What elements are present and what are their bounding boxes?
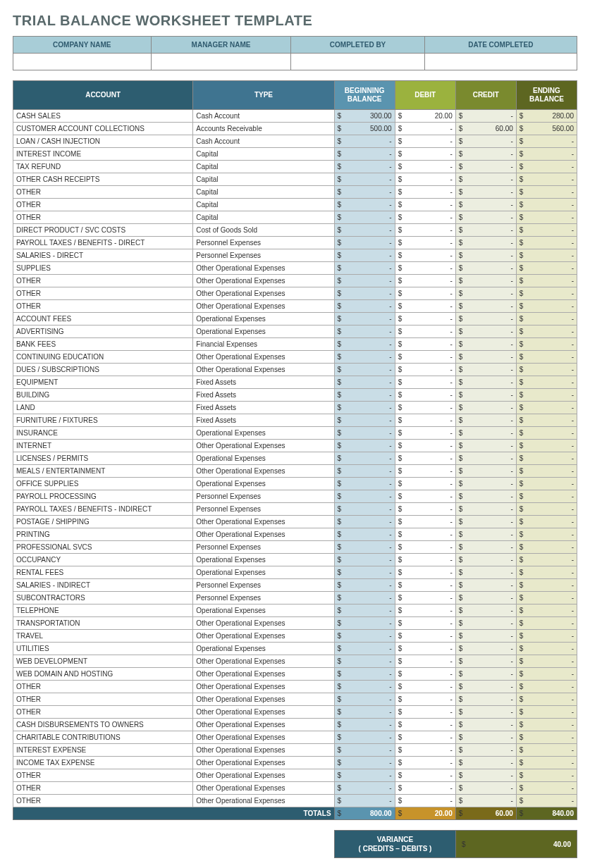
account-cell[interactable]: SUBCONTRACTORS bbox=[13, 592, 193, 604]
credit-cell[interactable]: $- bbox=[455, 643, 516, 655]
account-cell[interactable]: BANK FEES bbox=[13, 338, 193, 351]
end-cell[interactable]: $- bbox=[516, 643, 577, 655]
account-cell[interactable]: INCOME TAX EXPENSE bbox=[13, 757, 193, 769]
begin-cell[interactable]: $- bbox=[334, 744, 395, 757]
debit-cell[interactable]: $- bbox=[395, 275, 455, 287]
debit-cell[interactable]: $- bbox=[395, 440, 455, 452]
end-cell[interactable]: $- bbox=[516, 630, 577, 643]
type-cell[interactable]: Other Operational Expenses bbox=[193, 719, 334, 731]
account-cell[interactable]: INSURANCE bbox=[13, 427, 193, 440]
debit-cell[interactable]: $- bbox=[395, 782, 455, 795]
type-cell[interactable]: Other Operational Expenses bbox=[193, 693, 334, 706]
account-cell[interactable]: UTILITIES bbox=[13, 643, 193, 655]
type-cell[interactable]: Capital bbox=[193, 148, 334, 161]
type-cell[interactable]: Personnel Expenses bbox=[193, 592, 334, 604]
debit-cell[interactable]: $- bbox=[395, 326, 455, 338]
begin-cell[interactable]: $- bbox=[334, 199, 395, 211]
type-cell[interactable]: Other Operational Expenses bbox=[193, 287, 334, 300]
credit-cell[interactable]: $- bbox=[455, 186, 516, 199]
end-cell[interactable]: $- bbox=[516, 186, 577, 199]
type-cell[interactable]: Personnel Expenses bbox=[193, 541, 334, 554]
debit-cell[interactable]: $- bbox=[395, 389, 455, 402]
type-cell[interactable]: Personnel Expenses bbox=[193, 490, 334, 503]
end-cell[interactable]: $- bbox=[516, 681, 577, 693]
credit-cell[interactable]: $- bbox=[455, 579, 516, 592]
credit-cell[interactable]: $- bbox=[455, 338, 516, 351]
debit-cell[interactable]: $- bbox=[395, 300, 455, 313]
begin-cell[interactable]: $- bbox=[334, 173, 395, 186]
account-cell[interactable]: CASH SALES bbox=[13, 110, 193, 123]
debit-cell[interactable]: $- bbox=[395, 541, 455, 554]
debit-cell[interactable]: $- bbox=[395, 148, 455, 161]
begin-cell[interactable]: $- bbox=[334, 769, 395, 782]
end-cell[interactable]: $- bbox=[516, 351, 577, 364]
debit-cell[interactable]: $- bbox=[395, 630, 455, 643]
end-cell[interactable]: $- bbox=[516, 541, 577, 554]
credit-cell[interactable]: $- bbox=[455, 541, 516, 554]
credit-cell[interactable]: $- bbox=[455, 249, 516, 262]
end-cell[interactable]: $- bbox=[516, 262, 577, 275]
end-cell[interactable]: $- bbox=[516, 478, 577, 490]
account-cell[interactable]: OTHER bbox=[13, 693, 193, 706]
type-cell[interactable]: Other Operational Expenses bbox=[193, 744, 334, 757]
type-cell[interactable]: Other Operational Expenses bbox=[193, 782, 334, 795]
debit-cell[interactable]: $- bbox=[395, 249, 455, 262]
begin-cell[interactable]: $- bbox=[334, 604, 395, 617]
credit-cell[interactable]: $- bbox=[455, 402, 516, 414]
type-cell[interactable]: Other Operational Expenses bbox=[193, 351, 334, 364]
credit-cell[interactable]: $- bbox=[455, 224, 516, 237]
end-cell[interactable]: $- bbox=[516, 617, 577, 630]
type-cell[interactable]: Capital bbox=[193, 199, 334, 211]
account-cell[interactable]: SUPPLIES bbox=[13, 262, 193, 275]
end-cell[interactable]: $- bbox=[516, 757, 577, 769]
end-cell[interactable]: $- bbox=[516, 326, 577, 338]
type-cell[interactable]: Other Operational Expenses bbox=[193, 300, 334, 313]
account-cell[interactable]: WEB DEVELOPMENT bbox=[13, 655, 193, 668]
begin-cell[interactable]: $- bbox=[334, 237, 395, 249]
account-cell[interactable]: PRINTING bbox=[13, 528, 193, 541]
end-cell[interactable]: $- bbox=[516, 389, 577, 402]
credit-cell[interactable]: $- bbox=[455, 389, 516, 402]
debit-cell[interactable]: $- bbox=[395, 668, 455, 681]
type-cell[interactable]: Capital bbox=[193, 161, 334, 173]
debit-cell[interactable]: $- bbox=[395, 211, 455, 224]
account-cell[interactable]: DIRECT PRODUCT / SVC COSTS bbox=[13, 224, 193, 237]
type-cell[interactable]: Other Operational Expenses bbox=[193, 275, 334, 287]
begin-cell[interactable]: $- bbox=[334, 693, 395, 706]
type-cell[interactable]: Fixed Assets bbox=[193, 376, 334, 389]
account-cell[interactable]: LICENSES / PERMITS bbox=[13, 452, 193, 465]
begin-cell[interactable]: $- bbox=[334, 655, 395, 668]
debit-cell[interactable]: $- bbox=[395, 313, 455, 326]
credit-cell[interactable]: $- bbox=[455, 326, 516, 338]
account-cell[interactable]: WEB DOMAIN AND HOSTING bbox=[13, 668, 193, 681]
debit-cell[interactable]: $- bbox=[395, 516, 455, 528]
account-cell[interactable]: MEALS / ENTERTAINMENT bbox=[13, 465, 193, 478]
credit-cell[interactable]: $- bbox=[455, 604, 516, 617]
debit-cell[interactable]: $- bbox=[395, 693, 455, 706]
account-cell[interactable]: ACCOUNT FEES bbox=[13, 313, 193, 326]
begin-cell[interactable]: $500.00 bbox=[334, 123, 395, 135]
credit-cell[interactable]: $- bbox=[455, 503, 516, 516]
end-cell[interactable]: $- bbox=[516, 427, 577, 440]
credit-cell[interactable]: $- bbox=[455, 313, 516, 326]
account-cell[interactable]: PAYROLL TAXES / BENEFITS - DIRECT bbox=[13, 237, 193, 249]
type-cell[interactable]: Other Operational Expenses bbox=[193, 465, 334, 478]
end-cell[interactable]: $- bbox=[516, 592, 577, 604]
type-cell[interactable]: Other Operational Expenses bbox=[193, 528, 334, 541]
account-cell[interactable]: INTERNET bbox=[13, 440, 193, 452]
credit-cell[interactable]: $- bbox=[455, 135, 516, 148]
type-cell[interactable]: Financial Expenses bbox=[193, 338, 334, 351]
type-cell[interactable]: Other Operational Expenses bbox=[193, 668, 334, 681]
end-cell[interactable]: $- bbox=[516, 693, 577, 706]
credit-cell[interactable]: $- bbox=[455, 199, 516, 211]
account-cell[interactable]: OTHER bbox=[13, 681, 193, 693]
type-cell[interactable]: Other Operational Expenses bbox=[193, 262, 334, 275]
debit-cell[interactable]: $- bbox=[395, 135, 455, 148]
end-cell[interactable]: $- bbox=[516, 655, 577, 668]
debit-cell[interactable]: $- bbox=[395, 617, 455, 630]
begin-cell[interactable]: $- bbox=[334, 262, 395, 275]
credit-cell[interactable]: $- bbox=[455, 364, 516, 376]
type-cell[interactable]: Other Operational Expenses bbox=[193, 681, 334, 693]
account-cell[interactable]: POSTAGE / SHIPPING bbox=[13, 516, 193, 528]
type-cell[interactable]: Other Operational Expenses bbox=[193, 516, 334, 528]
